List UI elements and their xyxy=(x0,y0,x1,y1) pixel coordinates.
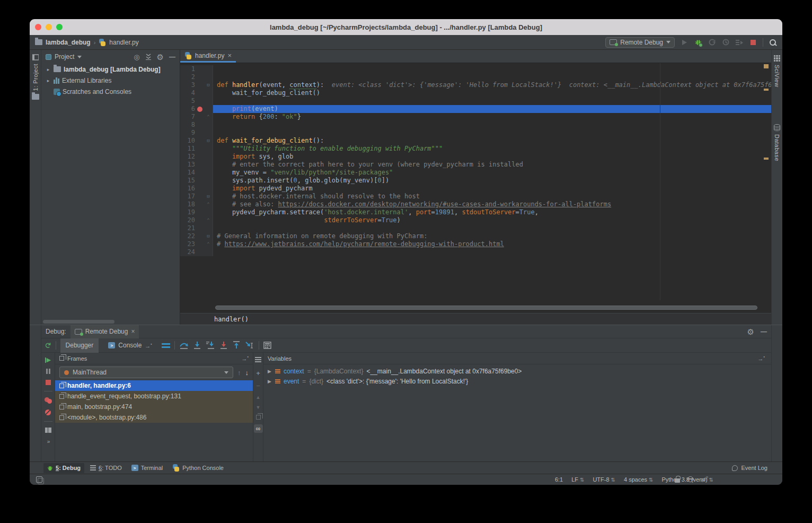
step-out-button[interactable] xyxy=(219,341,228,350)
fold-marker[interactable] xyxy=(205,153,212,161)
line-separator-selector[interactable]: LF⇅ xyxy=(571,476,584,483)
expand-arrow-icon[interactable]: ▶ xyxy=(268,369,272,374)
gutter[interactable]: 10⊟ xyxy=(180,137,213,145)
code-line[interactable]: 15 sys.path.insert(0, glob.glob(my_venv)… xyxy=(180,177,771,185)
close-session-icon[interactable]: × xyxy=(131,328,135,335)
gutter[interactable]: 5 xyxy=(180,97,213,105)
gutter[interactable]: 11 xyxy=(180,145,213,153)
profiler-button[interactable] xyxy=(708,38,716,47)
gutter[interactable]: 23⌃ xyxy=(180,240,213,248)
code-line[interactable]: 18⌃ # see also: https://docs.docker.com/… xyxy=(180,201,771,208)
sidebar-item-project[interactable]: 1: Project xyxy=(32,54,39,100)
run-with-configurations-button[interactable] xyxy=(735,38,744,47)
fold-marker[interactable]: ⌃ xyxy=(205,113,212,121)
previous-frame-button[interactable]: ↑ xyxy=(237,369,241,377)
stack-frame-row[interactable]: main, bootstrap.py:474 xyxy=(55,402,253,412)
code-line[interactable]: 2 xyxy=(180,73,771,81)
gutter[interactable]: 22⊟ xyxy=(180,232,213,240)
collapse-all-button[interactable] xyxy=(145,54,152,60)
gear-icon[interactable]: ⚙ xyxy=(747,328,754,336)
thread-dropdown[interactable]: MainThread xyxy=(59,367,233,378)
fold-marker[interactable] xyxy=(205,145,212,153)
code-line[interactable]: 17⊟ # host.docker.internal should resolv… xyxy=(180,193,771,201)
gutter[interactable]: 19 xyxy=(180,208,213,216)
fold-marker[interactable] xyxy=(205,65,212,73)
breadcrumb-project[interactable]: lambda_debug xyxy=(46,39,91,46)
gutter[interactable]: 1 xyxy=(180,65,213,73)
stop-button[interactable] xyxy=(749,38,757,47)
tool-window-button-pythonconsole[interactable]: Python Console xyxy=(169,463,227,473)
gutter[interactable]: 8 xyxy=(180,121,213,129)
search-everywhere-button[interactable] xyxy=(769,38,777,47)
fold-marker[interactable] xyxy=(205,185,212,193)
force-step-into-button[interactable] xyxy=(206,341,215,350)
duplicate-watch-button[interactable] xyxy=(256,415,261,420)
code-line[interactable]: 16 import pydevd_pycharm xyxy=(180,185,771,193)
code-line[interactable]: 21 xyxy=(180,224,771,232)
code-line[interactable]: 11 """Utility function to enable debuggi… xyxy=(180,145,771,153)
move-watch-down-button[interactable]: ▼ xyxy=(256,405,261,410)
code-line[interactable]: 12 import sys, glob xyxy=(180,153,771,161)
expand-arrow-icon[interactable]: ▶ xyxy=(268,379,272,384)
code-line[interactable]: 6 print(event) xyxy=(180,105,771,113)
error-stripe-mark[interactable] xyxy=(764,89,769,91)
indent-selector[interactable]: 4 spaces⇅ xyxy=(624,476,653,483)
gutter[interactable]: 16 xyxy=(180,185,213,193)
code-line[interactable]: 9 xyxy=(180,129,771,137)
remove-watch-button[interactable]: − xyxy=(256,382,260,390)
tab-debugger[interactable]: Debugger xyxy=(60,338,99,353)
debug-session-tab[interactable]: Remote Debug × xyxy=(70,325,139,338)
gutter[interactable]: 24 xyxy=(180,248,213,256)
fold-marker[interactable]: ⌃ xyxy=(205,240,212,248)
tool-window-quick-access-icon[interactable] xyxy=(36,476,42,483)
more-actions-button[interactable]: » xyxy=(47,439,49,444)
watches-menu-icon[interactable] xyxy=(255,357,261,362)
add-watch-button[interactable]: + xyxy=(256,369,260,377)
code-line[interactable]: 23⌃# https://www.jetbrains.com/help/pych… xyxy=(180,240,771,248)
fold-marker[interactable]: ⊟ xyxy=(205,193,212,201)
run-configuration-dropdown[interactable]: Remote Debug xyxy=(605,37,675,48)
project-panel-title[interactable]: Project xyxy=(55,53,74,60)
spy-icon[interactable] xyxy=(687,476,693,482)
gutter[interactable]: 14 xyxy=(180,169,213,177)
step-over-button[interactable] xyxy=(179,341,189,350)
fold-marker[interactable] xyxy=(205,169,212,177)
fold-marker[interactable]: ⌃ xyxy=(205,201,212,208)
expand-arrow-icon[interactable]: ▸ xyxy=(46,78,51,83)
stack-frame-row[interactable]: <module>, bootstrap.py:486 xyxy=(55,412,253,423)
step-out-of-block-button[interactable] xyxy=(232,341,241,350)
stack-frame-row[interactable]: handler, handler.py:6 xyxy=(55,380,253,391)
hide-debug-panel-button[interactable]: — xyxy=(761,328,767,335)
vcs-icon[interactable]: ⇄? xyxy=(701,475,708,483)
rerun-button[interactable]: ↻ xyxy=(43,342,52,349)
encoding-selector[interactable]: UTF-8⇅ xyxy=(593,476,615,483)
caret-position[interactable]: 6:1 xyxy=(555,476,563,483)
restore-layout-button[interactable] xyxy=(45,428,51,433)
fold-marker[interactable] xyxy=(205,248,212,256)
fold-marker[interactable] xyxy=(205,73,212,81)
gutter[interactable]: 4 xyxy=(180,89,213,97)
tab-handler-py[interactable]: handler.py × xyxy=(180,50,236,63)
code-line[interactable]: 14 my_venv = "venv/lib/python*/site-pack… xyxy=(180,169,771,177)
code-line[interactable]: 19 pydevd_pycharm.settrace('host.docker.… xyxy=(180,208,771,216)
gutter[interactable]: 9 xyxy=(180,129,213,137)
sidebar-item-database[interactable]: Database xyxy=(774,124,780,161)
gutter[interactable]: 13 xyxy=(180,161,213,169)
event-log-button[interactable]: Event Log xyxy=(732,465,767,471)
run-to-cursor-button[interactable] xyxy=(245,341,254,350)
gutter[interactable]: 2 xyxy=(180,73,213,81)
code-line[interactable]: 20⌃ stderrToServer=True) xyxy=(180,216,771,224)
tool-window-button-terminal[interactable]: >Terminal xyxy=(128,463,167,473)
show-execution-point-button[interactable] xyxy=(162,343,170,348)
code-line[interactable]: 8 xyxy=(180,121,771,129)
fold-marker[interactable] xyxy=(205,161,212,169)
fold-marker[interactable]: ⌃ xyxy=(205,216,212,224)
fold-marker[interactable] xyxy=(205,177,212,185)
code-line[interactable]: 4 wait_for_debug_client() xyxy=(180,89,771,97)
fold-marker[interactable] xyxy=(205,89,212,97)
code-line[interactable]: 7⌃ return {200: "ok"} xyxy=(180,113,771,121)
float-icon[interactable]: →▪ xyxy=(758,355,765,362)
lock-icon[interactable] xyxy=(675,478,680,483)
tab-console[interactable]: > Console →▪ xyxy=(103,338,157,353)
error-stripe-mark[interactable] xyxy=(764,64,769,68)
